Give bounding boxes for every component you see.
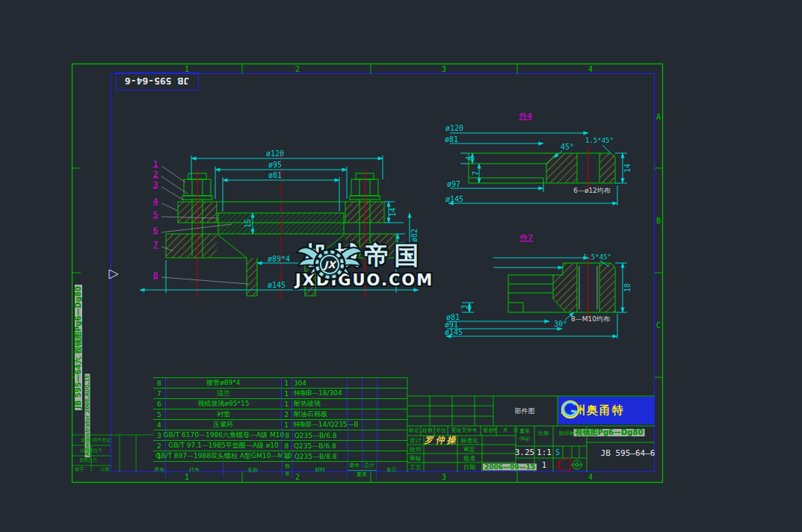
v7-holes-note: 8—M10均布 [571, 315, 610, 324]
tb-header-zone: 分区 [436, 427, 446, 434]
balloon-3: 3 [153, 180, 158, 190]
v7-dim-3: 3 [460, 305, 469, 309]
bom-total-weight [362, 389, 377, 398]
bom-note [377, 409, 407, 419]
company-logo: 杭州奥甬特 [558, 397, 655, 424]
bom-note [377, 451, 407, 461]
bom-note [377, 378, 407, 388]
bom-total-weight [362, 409, 377, 419]
v4-dim-14: 14 [623, 164, 632, 173]
bom-desc: GB/T 97.1—1985平垫圈—A级 ø10 [165, 441, 281, 451]
bom-total-weight [363, 430, 377, 440]
cad-workspace: 1 2 3 4 1 2 3 4 A B C JB 595-64-6 JB 595… [0, 0, 802, 532]
tb-review-label: 审核 [410, 454, 422, 463]
bom-total-weight [362, 399, 377, 409]
dim-label-d95: ø95 [268, 161, 282, 169]
bom-no: 2 [153, 441, 165, 451]
bom-note [377, 430, 407, 440]
bom-qty: 8 [281, 441, 292, 451]
v7-dim-30: 30° [554, 320, 567, 328]
dim-label-d89x4: ø89*4 [268, 255, 290, 263]
bom-total-weight [362, 441, 377, 451]
bom-qty: 8 [282, 430, 292, 440]
balloon-1: 1 [153, 159, 158, 169]
bom-row-4: 4 压紧环 1 特制B—14/Q235—B [153, 419, 407, 430]
v7-dim-chamfer: 1.5*45° [583, 253, 611, 261]
zone-label-right-a: A [656, 113, 661, 121]
tb-scale-value: 1:1 [537, 448, 552, 457]
bom-desc: 衬垫 [165, 409, 281, 419]
bom-total-weight [362, 420, 377, 430]
tb-stage-value: S [555, 448, 560, 457]
balloon-6: 6 [153, 226, 158, 235]
tb-header-change-doc: 更改文件号 [451, 427, 478, 434]
designer-signature: 罗仲操 [425, 434, 458, 447]
bom-desc: 法兰 [165, 389, 281, 398]
v4-dim-d120: ø120 [445, 124, 463, 132]
bom-qty: 1 [281, 420, 292, 430]
bom-total-weight [362, 378, 377, 388]
bom-header-weight-group: 单件 总计 重量 [347, 462, 376, 478]
tb-date-label: 日期 [463, 463, 475, 471]
dim-label-15: 15 [244, 219, 252, 228]
tb-header-mark: 标记 [409, 427, 419, 434]
view7-label: 件7 [519, 232, 533, 244]
bom-qty: 8 [282, 451, 292, 461]
upside-down-stamp: JB 595-64-6 [125, 75, 189, 87]
bom-header-unit: 单件 [348, 462, 362, 470]
bom-header-note: 备注 [376, 462, 407, 478]
balloon-4: 4 [153, 197, 158, 206]
v7-dim-d145: ø145 [445, 328, 463, 336]
bom-unit-weight [348, 420, 363, 430]
tb-drawing-number: JB 595—64—6 [601, 448, 656, 458]
dim-label-14: 14 [389, 208, 397, 217]
tb-drawing-title: 视镜图Pg6—Dg80 [574, 429, 645, 436]
corner-label-base-no: 底图总号 [79, 457, 97, 464]
centering-mark [109, 270, 118, 279]
balloon-2: 2 [153, 170, 158, 179]
zone-label-top-4: 4 [588, 65, 593, 73]
tb-design-label: 设计 [410, 436, 422, 445]
corner-label-registry: 借(通)用件登记 [81, 437, 111, 444]
tb-standardize-label: 标准化 [460, 436, 478, 445]
balloon-8: 8 [153, 270, 158, 280]
view4-label: 件4 [519, 111, 532, 122]
bom-row-2: 2 GB/T 97.1—1985平垫圈—A级 ø10 8 Q235—B/6.8 [153, 440, 407, 451]
bom-header-code: 代号 [165, 462, 223, 478]
bom-note [377, 399, 407, 409]
zone-label-top-1: 1 [185, 65, 189, 73]
tb-approve-label: 批准 [463, 454, 475, 463]
tb-header-date: 年、月、日 [493, 427, 519, 434]
bom-material: 特制B—18/304 [292, 389, 348, 398]
v4-dim-7: 7 [472, 171, 480, 176]
tb-doc-type: 部件图 [515, 406, 535, 416]
bom-material: Q235—B/6.8 [292, 430, 348, 440]
bom-no: 8 [153, 378, 165, 388]
balloon-7: 7 [153, 240, 158, 250]
bom-total-weight [363, 451, 377, 461]
bom-qty: 1 [281, 378, 292, 388]
zone-label-right-c: C [656, 321, 661, 330]
dim-label-d120: ø120 [266, 149, 284, 158]
bom-material: Q235—B/6.8 [292, 441, 348, 451]
bom-desc: GB/T 897—1988双头螺柱 A型GM10—M10 [165, 451, 282, 461]
bom-no: 5 [153, 409, 165, 419]
v4-dim-45: 45° [561, 143, 574, 151]
bom-no: 4 [153, 420, 165, 430]
bom-desc: 压紧环 [165, 420, 281, 430]
tb-weight-unit: (Kg) [519, 436, 531, 442]
tb-weight-label: 重量 [519, 427, 530, 435]
bom-row-8: 8 接管ø89*4 1 304 [153, 377, 407, 388]
v7-dim-18: 18 [623, 283, 632, 292]
tb-weight-value: 3.25 [515, 448, 535, 457]
v4-dim-d81: ø81 [445, 135, 458, 143]
tb-date-value: 2006—09—15 [483, 464, 537, 471]
bom-material: Q235—B/8.8 [292, 451, 348, 461]
corner-label-sign: 签字 [75, 466, 84, 473]
dim-label-d145: ø145 [268, 281, 286, 289]
bom-no: 6 [153, 399, 165, 409]
bom-header-material: 材料 [292, 462, 347, 478]
watermark: JX 机械帝国 JXDIGUO.COM [294, 233, 518, 294]
bom-desc: 视镜玻璃ø95*15 [165, 399, 281, 409]
zone-label-top-2: 2 [295, 65, 300, 73]
